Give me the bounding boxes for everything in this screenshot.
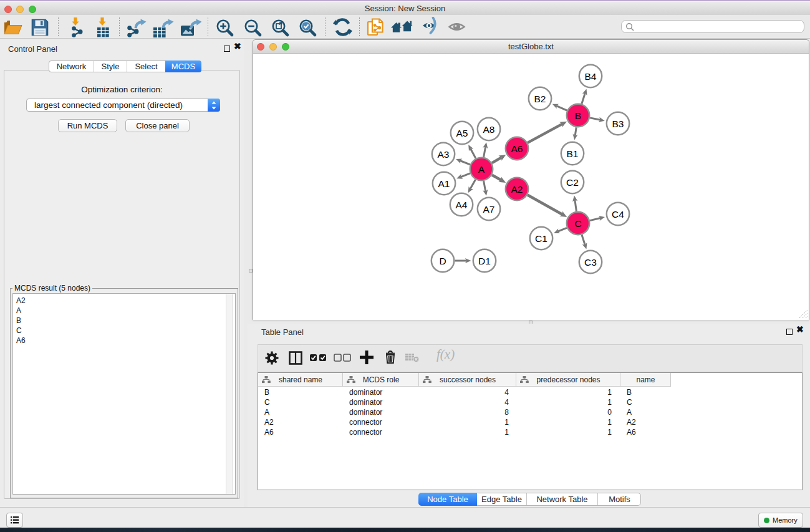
- svg-text:A3: A3: [438, 149, 450, 160]
- svg-text:C2: C2: [566, 177, 579, 188]
- svg-text:B2: B2: [534, 94, 546, 104]
- svg-text:A: A: [478, 164, 485, 175]
- svg-text:C: C: [574, 218, 581, 229]
- svg-text:C4: C4: [612, 209, 624, 220]
- svg-text:A8: A8: [483, 124, 495, 135]
- svg-text:B: B: [575, 110, 581, 121]
- svg-text:A1: A1: [438, 178, 450, 189]
- svg-text:A5: A5: [456, 128, 468, 138]
- svg-text:A2: A2: [511, 184, 523, 195]
- svg-text:B3: B3: [612, 118, 624, 129]
- svg-text:A6: A6: [511, 143, 523, 154]
- svg-text:D: D: [439, 256, 446, 266]
- svg-text:B1: B1: [567, 148, 579, 159]
- svg-text:C3: C3: [584, 257, 597, 268]
- svg-text:B4: B4: [585, 71, 597, 82]
- svg-text:C1: C1: [535, 233, 547, 244]
- svg-text:D1: D1: [478, 256, 491, 266]
- svg-text:A4: A4: [456, 200, 468, 210]
- svg-text:A7: A7: [483, 204, 495, 215]
